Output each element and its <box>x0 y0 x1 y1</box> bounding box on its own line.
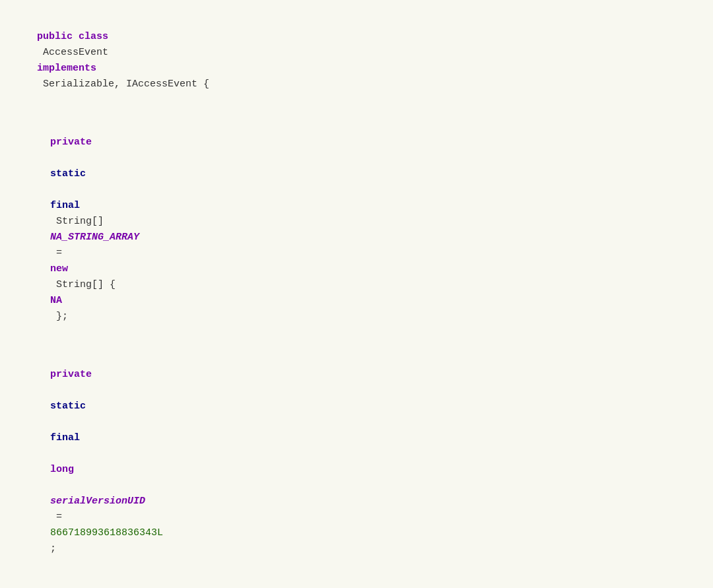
keyword-public: public class <box>37 31 108 42</box>
kw-static2: static <box>50 401 86 412</box>
classname: AccessEvent <box>37 47 114 58</box>
kw-final2: final <box>50 432 80 443</box>
kw-new: new <box>50 263 68 275</box>
code-viewer: public class AccessEvent implements Seri… <box>0 11 713 588</box>
kw-private: private <box>50 137 92 148</box>
keyword-implements: implements <box>37 63 96 74</box>
kw-final1: final <box>50 200 80 211</box>
var-na-string-array: NA_STRING_ARRAY <box>50 232 139 243</box>
line-class-declaration: public class AccessEvent implements Seri… <box>0 11 713 111</box>
line-na-string-array: private static final String[] NA_STRING_… <box>0 116 713 343</box>
kw-static: static <box>50 168 86 180</box>
kw-private2: private <box>50 369 92 380</box>
var-serial-version-uid: serialVersionUID <box>50 496 145 507</box>
interfaces: Serializable, IAccessEvent { <box>37 79 209 90</box>
val-serial: 866718993618836343L <box>50 527 163 539</box>
line-serial-version-uid: private static final long serialVersionU… <box>0 348 713 575</box>
line-empty: private static final String EMPTY = "" ; <box>0 581 713 588</box>
kw-long: long <box>50 464 74 475</box>
val-na: NA <box>50 295 62 306</box>
